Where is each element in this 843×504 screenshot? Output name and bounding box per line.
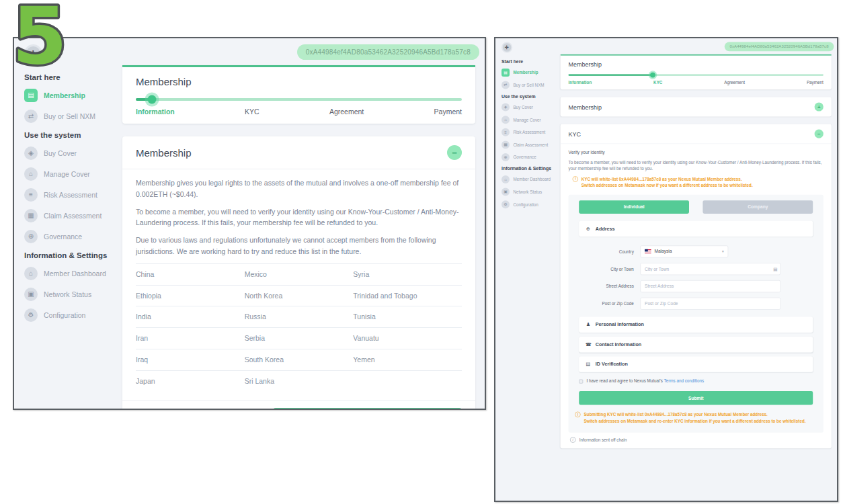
- expand-fab-button[interactable]: [24, 44, 42, 62]
- terms-row: I have read and agree to Nexus Mutual's …: [579, 378, 813, 384]
- membership-card-icon: ▤: [501, 69, 510, 77]
- warning-line: Switch addresses on Metamask and re-ente…: [584, 419, 805, 423]
- step-information[interactable]: Information: [569, 80, 592, 85]
- individual-toggle-button[interactable]: Individual: [579, 200, 689, 214]
- home-icon: ⌂: [24, 267, 38, 280]
- verify-identity-text: To become a member, you will need to ver…: [569, 159, 824, 172]
- progress-bar: [136, 98, 462, 101]
- address-section-header[interactable]: ⊕ Address: [579, 221, 813, 237]
- sidebar-item-buy-cover[interactable]: ◈ Buy Cover: [24, 146, 120, 160]
- sidebar-item-configuration[interactable]: ⚙ Configuration: [24, 308, 120, 322]
- table-row: Japan Sri Lanka: [136, 370, 462, 391]
- globe-icon: ⊕: [24, 230, 38, 243]
- lock-icon: ◈: [24, 146, 38, 160]
- continue-button[interactable]: Continue: [273, 408, 462, 410]
- sidebar-item-label: Member Dashboard: [513, 177, 551, 181]
- sidebar-item-member-dashboard[interactable]: ⌂ Member Dashboard: [24, 267, 120, 280]
- company-toggle-button[interactable]: Company: [702, 200, 813, 214]
- sidebar-item-manage-cover[interactable]: ⌂ Manage Cover: [501, 116, 559, 124]
- contact-information-section-header[interactable]: ☎ Contact Information: [579, 337, 813, 353]
- sidebar-item-membership[interactable]: ▤ Membership: [24, 89, 120, 102]
- section-title: Address: [596, 225, 615, 233]
- country-cell: Trinidad and Tobago: [353, 285, 462, 306]
- sidebar-item-governance[interactable]: ⊕ Governance: [501, 153, 559, 161]
- terms-and-conditions-link[interactable]: Terms and conditions: [664, 379, 705, 384]
- table-row: Ethiopia North Korea Trinidad and Tobago: [136, 285, 462, 306]
- sidebar-item-network-status[interactable]: ▣ Network Status: [501, 188, 559, 196]
- sidebar-item-label: Buy Cover: [44, 149, 77, 157]
- collapse-minus-icon[interactable]: [447, 145, 462, 160]
- street-label: Street Address: [590, 283, 634, 290]
- briefcase-icon: ⌂: [24, 167, 38, 181]
- sidebar-section-title: Information & Settings: [501, 166, 559, 171]
- sidebar-item-membership[interactable]: ▤ Membership: [501, 69, 559, 77]
- step-payment[interactable]: Payment: [807, 80, 824, 85]
- sidebar-item-risk-assessment[interactable]: ≡ Risk Assessment: [501, 128, 559, 136]
- membership-card-title: Membership: [136, 147, 192, 159]
- sidebar-item-buy-cover[interactable]: ◈ Buy Cover: [501, 103, 559, 112]
- terms-checkbox[interactable]: [579, 380, 583, 384]
- sidebar-item-buy-or-sell-nxm[interactable]: ⇄ Buy or Sell NXM: [24, 110, 120, 123]
- country-cell: China: [136, 263, 245, 285]
- city-input[interactable]: [640, 263, 780, 275]
- sidebar-item-label: Membership: [513, 70, 538, 75]
- country-label: Country: [590, 248, 634, 255]
- lock-icon: ◈: [501, 103, 510, 112]
- progress-knob[interactable]: [148, 95, 157, 104]
- sidebar-item-label: Claim Assessment: [44, 212, 102, 220]
- country-cell: India: [136, 306, 245, 328]
- step-payment[interactable]: Payment: [434, 108, 462, 116]
- topbar: 0xA44984ef4AD80a53462A32520946A5Bd178a57…: [14, 38, 485, 64]
- country-cell: [353, 370, 462, 391]
- building-icon: ▤: [773, 266, 777, 274]
- expand-fab-button[interactable]: [501, 42, 512, 52]
- sidebar-item-member-dashboard[interactable]: ⌂ Member Dashboard: [501, 175, 559, 183]
- progress-knob[interactable]: [650, 73, 655, 78]
- expand-plus-icon[interactable]: [815, 102, 824, 111]
- step-kyc[interactable]: KYC: [245, 108, 259, 116]
- id-verification-section-header[interactable]: ▤ ID Verification: [579, 357, 813, 373]
- sidebar-item-claim-assessment[interactable]: ▦ Claim Assessment: [501, 140, 559, 149]
- sidebar-item-manage-cover[interactable]: ⌂ Manage Cover: [24, 167, 120, 181]
- section-title: Personal Information: [596, 321, 644, 329]
- sidebar-section-title: Use the system: [24, 131, 120, 139]
- sidebar-item-network-status[interactable]: ▣ Network Status: [24, 288, 120, 301]
- sidebar-item-label: Risk Assessment: [44, 191, 97, 199]
- gear-icon: ⚙: [501, 200, 510, 208]
- country-select[interactable]: Malaysia: [640, 245, 728, 257]
- step-kyc[interactable]: KYC: [653, 80, 662, 85]
- globe-icon: ⊕: [586, 225, 591, 233]
- sidebar-item-buy-or-sell-nxm[interactable]: ⇄ Buy or Sell NXM: [501, 81, 559, 89]
- membership-progress-card: Membership Information KYC Agreement Pay…: [561, 54, 832, 89]
- membership-collapsed-card: Membership: [561, 97, 832, 117]
- sidebar-item-label: Member Dashboard: [44, 269, 106, 278]
- sidebar-item-label: Risk Assessment: [513, 130, 545, 134]
- kyc-card: KYC Verify your identity To become a mem…: [561, 124, 832, 448]
- street-address-input[interactable]: [640, 280, 780, 292]
- country-cell: North Korea: [245, 285, 354, 306]
- sidebar-item-risk-assessment[interactable]: ≡ Risk Assessment: [24, 188, 120, 202]
- sidebar-item-label: Manage Cover: [513, 118, 540, 122]
- step-agreement[interactable]: Agreement: [724, 80, 745, 85]
- country-cell: Russia: [245, 306, 354, 328]
- sidebar-item-configuration[interactable]: ⚙ Configuration: [501, 200, 559, 208]
- step-information[interactable]: Information: [136, 108, 175, 116]
- sidebar-item-governance[interactable]: ⊕ Governance: [24, 230, 120, 243]
- submit-button[interactable]: Submit: [579, 391, 813, 405]
- briefcase-icon: ⌂: [501, 116, 510, 124]
- step-agreement[interactable]: Agreement: [329, 108, 364, 116]
- exchange-icon: ⇄: [501, 81, 510, 89]
- screenshot-panel-information-step: 0xA44984ef4AD80a53462A32520946A5Bd178a57…: [13, 37, 486, 410]
- topbar: 0xA44984ef4AD80a53462A32520946A5Bd178a57…: [495, 38, 837, 54]
- sidebar-item-label: Manage Cover: [44, 170, 90, 178]
- sidebar-item-claim-assessment[interactable]: ▦ Claim Assessment: [24, 209, 120, 222]
- personal-information-section-header[interactable]: ♟ Personal Information: [579, 317, 813, 333]
- sidebar-item-label: Governance: [44, 233, 82, 241]
- monitor-icon: ▣: [24, 288, 38, 301]
- gear-icon: ⚙: [24, 308, 38, 322]
- home-icon: ⌂: [501, 175, 510, 183]
- collapse-minus-icon[interactable]: [815, 130, 824, 138]
- zip-code-input[interactable]: [640, 298, 780, 310]
- membership-paragraph: Membership gives you legal rights to the…: [136, 177, 462, 200]
- sidebar-section-title: Start here: [501, 59, 559, 64]
